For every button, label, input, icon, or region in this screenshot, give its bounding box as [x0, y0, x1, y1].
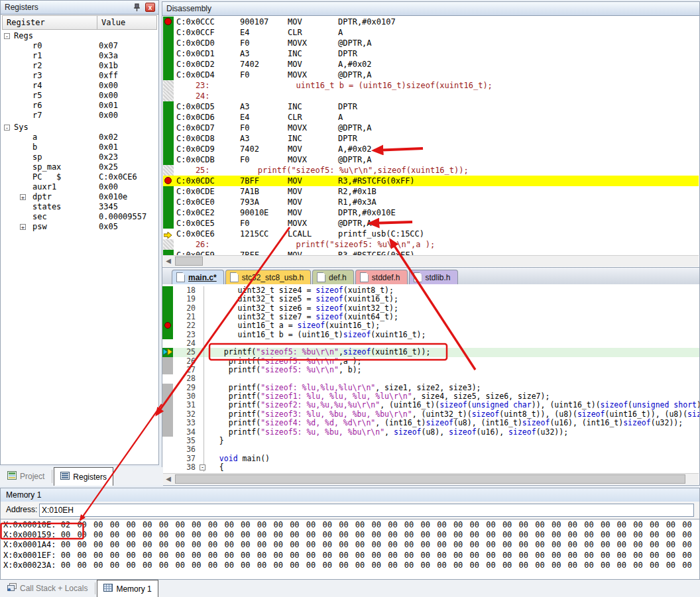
disasm-row[interactable]: C:0x0CCFE4CLRA: [163, 27, 699, 38]
memory-row[interactable]: X:0x0001EF: 00 00 00 00 00 00 00 00 00 0…: [1, 551, 699, 561]
register-row[interactable]: r60x01: [2, 101, 157, 111]
register-group-row[interactable]: -Sys: [2, 123, 157, 133]
breakpoint-icon[interactable]: [164, 177, 172, 184]
code-gutter[interactable]: [162, 455, 173, 463]
tab-call-stack[interactable]: Call Stack + Locals: [1, 580, 93, 597]
code-line[interactable]: 30 printf("sizeof1: %lu, %lu, %lu, %lu\r…: [162, 392, 699, 401]
disasm-gutter[interactable]: [163, 133, 174, 144]
disasm-row[interactable]: C:0x0CD6E4CLRA: [163, 112, 699, 123]
code-line[interactable]: 36: [162, 445, 699, 454]
register-group-row[interactable]: -Regs: [2, 31, 157, 41]
code-line[interactable]: 25 printf("sizeof5: %bu\r\n",sizeof(xuin…: [162, 348, 699, 356]
disasm-gutter[interactable]: [163, 239, 174, 250]
code-gutter[interactable]: [162, 401, 173, 409]
register-row[interactable]: r40x00: [2, 81, 157, 91]
pin-icon[interactable]: [132, 3, 141, 17]
editor-hscrollbar[interactable]: ◀: [163, 473, 699, 484]
code-line[interactable]: 26 printf("sizeof5: %u\r\n",a );: [162, 357, 699, 366]
code-gutter[interactable]: [162, 286, 173, 295]
code-area[interactable]: 18 uint32_t size4 = sizeof(xuint8_t);19 …: [162, 284, 699, 473]
code-gutter[interactable]: [162, 331, 173, 339]
disasm-gutter[interactable]: [163, 218, 174, 229]
code-gutter[interactable]: [162, 384, 173, 392]
scroll-left-icon[interactable]: ◀: [163, 474, 174, 484]
disasm-gutter[interactable]: [163, 27, 174, 38]
memory-row[interactable]: X:0x00023A: 00 00 00 00 00 00 00 00 00 0…: [1, 561, 699, 570]
disasm-gutter[interactable]: [163, 91, 174, 101]
code-gutter[interactable]: [162, 374, 173, 383]
disasm-gutter[interactable]: [163, 17, 174, 27]
code-line[interactable]: 31 printf("sizeof2: %u,%u,%u,%u\r\n", (u…: [162, 401, 699, 409]
disasm-row[interactable]: C:0x0CE5F0MOVX@DPTR,A: [163, 218, 699, 229]
disasm-row[interactable]: C:0x0CCC900107MOVDPTR,#0x0107: [163, 17, 699, 27]
disasm-gutter[interactable]: [163, 186, 174, 197]
disasm-gutter[interactable]: [163, 229, 174, 239]
file-tab-main-c-[interactable]: main.c*: [172, 270, 224, 284]
code-line[interactable]: 20 uint32_t size6 = sizeof(xuint32_t);: [162, 304, 699, 313]
register-row[interactable]: a0x02: [2, 133, 157, 142]
code-line[interactable]: 18 uint32_t size4 = sizeof(xuint8_t);: [162, 286, 699, 295]
disasm-gutter[interactable]: [163, 80, 174, 91]
code-gutter[interactable]: [162, 295, 173, 303]
code-line[interactable]: 34 printf("sizeof5: %u, %bu, %bu\r\n", s…: [162, 428, 699, 437]
register-row[interactable]: sp0x23: [2, 152, 157, 162]
code-line[interactable]: 21 uint32_t size7 = sizeof(xuint64_t);: [162, 313, 699, 321]
code-gutter[interactable]: [162, 463, 173, 472]
register-row[interactable]: +psw0x05: [2, 222, 157, 232]
register-row[interactable]: states3345: [2, 202, 157, 212]
code-gutter[interactable]: [162, 410, 173, 419]
memory-row[interactable]: X:0x0001A4: 00 00 00 00 00 00 00 00 00 0…: [1, 540, 699, 550]
disasm-row[interactable]: 26: printf("sizeof5: %u\r\n",a );: [163, 239, 699, 250]
disasm-gutter[interactable]: [163, 165, 174, 176]
tab-registers[interactable]: Registers: [54, 467, 113, 486]
scroll-left-icon[interactable]: ◀: [163, 256, 174, 266]
fold-toggle-icon[interactable]: -: [200, 464, 205, 470]
code-line[interactable]: 28: [162, 374, 699, 383]
register-row[interactable]: b0x01: [2, 142, 157, 152]
file-tab-def-h[interactable]: def.h: [312, 270, 354, 284]
register-row[interactable]: sec0.00009557: [2, 212, 157, 222]
disasm-gutter[interactable]: [163, 123, 174, 133]
disasm-row[interactable]: C:0x0CD7F0MOVX@DPTR,A: [163, 123, 699, 133]
code-gutter[interactable]: [162, 321, 173, 330]
code-gutter[interactable]: [162, 437, 173, 445]
disasm-row[interactable]: C:0x0CE0793AMOVR1,#0x3A: [163, 197, 699, 207]
register-row[interactable]: r70x00: [2, 111, 157, 121]
code-gutter[interactable]: [162, 313, 173, 321]
code-line[interactable]: 23 uint16_t b = (uint16_t)sizeof(xuint16…: [162, 331, 699, 339]
disasm-row[interactable]: 25: printf("sizeof5: %u\r\n",sizeof(xuin…: [163, 165, 699, 176]
tab-project[interactable]: Project: [1, 467, 50, 486]
editor-scroll-thumb[interactable]: [175, 474, 685, 484]
code-gutter[interactable]: [162, 366, 173, 374]
disasm-row[interactable]: C:0x0CD0F0MOVX@DPTR,A: [163, 38, 699, 48]
disasm-row[interactable]: C:0x0CDBF0MOVX@DPTR,A: [163, 154, 699, 165]
breakpoint-icon[interactable]: [164, 322, 171, 329]
disasm-row[interactable]: C:0x0CD1A3INCDPTR: [163, 48, 699, 59]
disasm-gutter[interactable]: [163, 207, 174, 218]
disasm-row[interactable]: C:0x0CD97402MOVA,#0x02: [163, 144, 699, 154]
code-line[interactable]: 29 printf("sizeof: %lu,%lu,%lu\r\n", siz…: [162, 384, 699, 392]
breakpoint-icon[interactable]: [164, 18, 172, 25]
disasm-gutter[interactable]: [163, 144, 174, 154]
expand-collapse-icon[interactable]: +: [20, 224, 26, 230]
code-line[interactable]: 37 void main(): [162, 455, 699, 463]
memory-row[interactable]: X:0x00010E: 02 00 00 00 00 00 00 00 00 0…: [1, 520, 699, 530]
close-icon[interactable]: x: [145, 3, 155, 12]
register-row[interactable]: PC $C:0x0CE6: [2, 172, 157, 182]
code-line[interactable]: 19 uint32_t size5 = sizeof(xuint16_t);: [162, 295, 699, 303]
code-line[interactable]: 22 uint16_t a = sizeof(xuint16_t);: [162, 321, 699, 330]
file-tab-stddef-h[interactable]: stddef.h: [355, 270, 408, 284]
register-row[interactable]: +dptr0x010e: [2, 192, 157, 202]
register-row[interactable]: r00x07: [2, 41, 157, 51]
code-gutter[interactable]: [162, 339, 173, 348]
memory-row[interactable]: X:0x000159: 00 00 00 00 00 00 00 00 00 0…: [1, 530, 699, 540]
tab-memory-1[interactable]: Memory 1: [97, 580, 158, 597]
disassembly-hscrollbar[interactable]: ◀: [163, 255, 699, 266]
disasm-row[interactable]: 23: uint16_t b = (uint16_t)sizeof(xuint1…: [163, 80, 699, 91]
code-gutter[interactable]: [162, 419, 173, 427]
file-tab-stc32-stc8-usb-h[interactable]: stc32_stc8_usb.h: [225, 270, 311, 284]
code-line[interactable]: 38- {: [162, 463, 699, 472]
disasm-row[interactable]: C:0x0CD27402MOVA,#0x02: [163, 59, 699, 70]
code-line[interactable]: 33 printf("sizeof4: %d, %d, %d\r\n", (in…: [162, 419, 699, 427]
disasm-gutter[interactable]: [163, 48, 174, 59]
